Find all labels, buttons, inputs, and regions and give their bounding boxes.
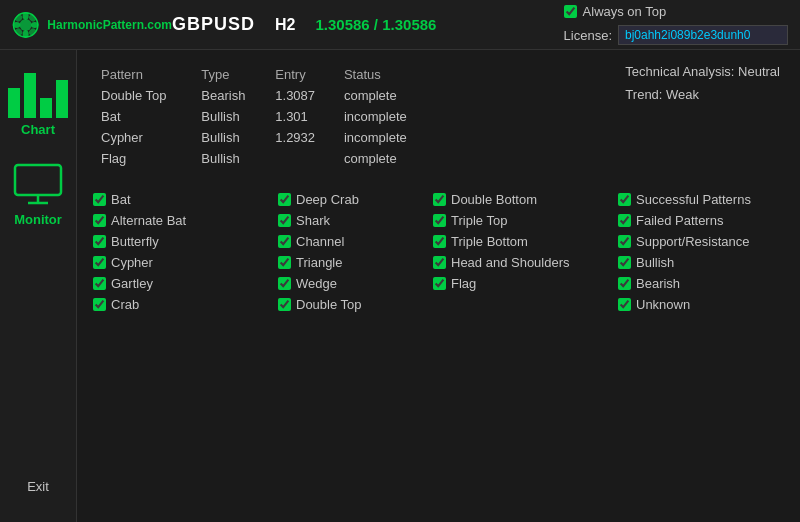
exit-button[interactable]: Exit [0, 471, 76, 502]
checkbox-item: Triple Bottom [433, 231, 618, 252]
price: 1.30586 / 1.30586 [315, 16, 436, 33]
license-label: License: [564, 28, 612, 43]
pattern-checkbox[interactable] [278, 214, 291, 227]
svg-point-5 [31, 21, 39, 27]
checkbox-label[interactable]: Butterfly [111, 234, 159, 249]
checkbox-item: Double Bottom [433, 189, 618, 210]
pattern-checkbox[interactable] [618, 235, 631, 248]
table-cell-entry: 1.301 [267, 106, 336, 127]
always-on-top-row: Always on Top [564, 4, 667, 19]
pattern-checkbox[interactable] [618, 256, 631, 269]
checkbox-label[interactable]: Bearish [636, 276, 680, 291]
checkbox-item: Unknown [618, 294, 800, 315]
table-cell-pattern: Bat [93, 106, 193, 127]
table-row: Double TopBearish1.3087complete [93, 85, 433, 106]
sidebar-item-chart[interactable]: Chart [0, 60, 76, 145]
checkbox-item: Failed Patterns [618, 210, 800, 231]
table-cell-pattern: Cypher [93, 127, 193, 148]
col-type: Type [193, 64, 267, 85]
checkbox-item: Bearish [618, 273, 800, 294]
checkbox-label[interactable]: Alternate Bat [111, 213, 186, 228]
checkbox-label[interactable]: Channel [296, 234, 344, 249]
checkbox-label[interactable]: Failed Patterns [636, 213, 723, 228]
checkbox-item: Head and Shoulders [433, 252, 618, 273]
checkbox-label[interactable]: Bat [111, 192, 131, 207]
pattern-checkbox[interactable] [278, 256, 291, 269]
checkbox-label[interactable]: Wedge [296, 276, 337, 291]
checkbox-label[interactable]: Successful Patterns [636, 192, 751, 207]
main-area: Chart Monitor Exit Pattern [0, 50, 800, 522]
col-pattern: Pattern [93, 64, 193, 85]
checkbox-label[interactable]: Triangle [296, 255, 342, 270]
pattern-checkbox[interactable] [278, 277, 291, 290]
checkbox-item: Triangle [278, 252, 433, 273]
checkbox-item: Bat [93, 189, 278, 210]
checkbox-label[interactable]: Triple Top [451, 213, 507, 228]
always-on-top-checkbox[interactable] [564, 5, 577, 18]
monitor-label: Monitor [14, 212, 62, 227]
col-entry: Entry [267, 64, 336, 85]
checkbox-label[interactable]: Deep Crab [296, 192, 359, 207]
pattern-table-body: Double TopBearish1.3087completeBatBullis… [93, 85, 433, 169]
pattern-checkbox[interactable] [433, 256, 446, 269]
svg-point-2 [23, 12, 29, 20]
checkbox-item: Successful Patterns [618, 189, 800, 210]
table-cell-pattern: Double Top [93, 85, 193, 106]
symbol: GBPUSD [172, 14, 255, 35]
technical-analysis: Technical Analysis: Neutral [625, 60, 780, 83]
checkbox-label[interactable]: Bullish [636, 255, 674, 270]
table-row: BatBullish1.301incomplete [93, 106, 433, 127]
checkbox-col-2: Deep CrabSharkChannelTriangleWedgeDouble… [278, 189, 433, 315]
pattern-checkbox[interactable] [93, 256, 106, 269]
checkbox-label[interactable]: Cypher [111, 255, 153, 270]
table-cell-type: Bullish [193, 127, 267, 148]
pattern-checkbox[interactable] [93, 277, 106, 290]
pattern-checkbox[interactable] [278, 235, 291, 248]
top-right-controls: Always on Top License: [564, 4, 788, 45]
monitor-icon [13, 163, 63, 208]
logo-area: HarmonicPattern.com [12, 7, 172, 43]
chart-label: Chart [21, 122, 55, 137]
checkbox-label[interactable]: Gartley [111, 276, 153, 291]
checkboxes-section: BatAlternate BatButterflyCypherGartleyCr… [93, 189, 800, 315]
logo-icon [12, 7, 39, 43]
checkbox-label[interactable]: Head and Shoulders [451, 255, 570, 270]
pattern-checkbox[interactable] [433, 214, 446, 227]
checkbox-label[interactable]: Shark [296, 213, 330, 228]
pattern-checkbox[interactable] [93, 235, 106, 248]
pattern-checkbox[interactable] [618, 214, 631, 227]
checkbox-item: Bullish [618, 252, 800, 273]
table-cell-pattern: Flag [93, 148, 193, 169]
pattern-checkbox[interactable] [433, 235, 446, 248]
checkbox-col-4: Successful PatternsFailed PatternsSuppor… [618, 189, 800, 315]
pattern-checkbox[interactable] [618, 277, 631, 290]
license-input[interactable] [618, 25, 788, 45]
pattern-checkbox[interactable] [93, 214, 106, 227]
pattern-checkbox[interactable] [278, 298, 291, 311]
pattern-checkbox[interactable] [93, 193, 106, 206]
svg-rect-10 [15, 165, 61, 195]
checkbox-label[interactable]: Double Top [296, 297, 362, 312]
table-row: FlagBullishcomplete [93, 148, 433, 169]
checkbox-label[interactable]: Crab [111, 297, 139, 312]
pattern-checkbox[interactable] [278, 193, 291, 206]
checkbox-label[interactable]: Double Bottom [451, 192, 537, 207]
pattern-checkbox[interactable] [93, 298, 106, 311]
pattern-checkbox[interactable] [433, 277, 446, 290]
checkbox-item: Deep Crab [278, 189, 433, 210]
logo-text: HarmonicPattern.com [47, 18, 172, 32]
table-cell-status: incomplete [336, 127, 433, 148]
checkbox-label[interactable]: Support/Resistance [636, 234, 749, 249]
timeframe: H2 [275, 16, 295, 34]
pattern-checkbox[interactable] [618, 193, 631, 206]
sidebar-item-monitor[interactable]: Monitor [0, 155, 76, 235]
checkbox-item: Flag [433, 273, 618, 294]
pattern-checkbox[interactable] [433, 193, 446, 206]
table-cell-type: Bullish [193, 148, 267, 169]
checkbox-label[interactable]: Flag [451, 276, 476, 291]
checkbox-label[interactable]: Triple Bottom [451, 234, 528, 249]
svg-point-1 [20, 18, 32, 30]
pattern-checkbox[interactable] [618, 298, 631, 311]
checkbox-label[interactable]: Unknown [636, 297, 690, 312]
col-status: Status [336, 64, 433, 85]
